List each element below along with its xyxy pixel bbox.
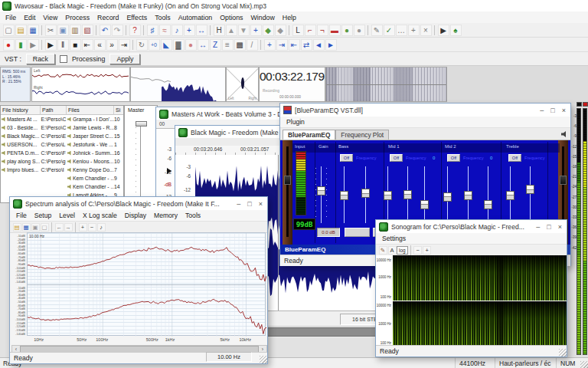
open-icon[interactable]: ▤ — [13, 223, 21, 232]
lock-green-icon[interactable]: ◆ — [263, 25, 274, 36]
menu-plugin[interactable]: Plugin — [283, 118, 309, 126]
marker-l-icon[interactable]: L — [292, 25, 304, 36]
playlist-icon[interactable]: ≡ — [222, 39, 234, 51]
copy-icon[interactable]: ▣ — [57, 25, 69, 36]
normalize-down-icon[interactable]: ▼ — [238, 25, 250, 36]
files-row[interactable]: Jestofunk - We ...1 — [67, 140, 124, 149]
spectrum-icon[interactable]: ◣ — [161, 39, 172, 51]
play-icon[interactable]: ▶ — [45, 39, 57, 51]
note-icon[interactable]: ♪ — [97, 223, 106, 232]
plus-small-icon[interactable]: + — [408, 25, 420, 36]
check-icon[interactable]: ✓ — [384, 25, 395, 36]
next-frame-icon[interactable]: → — [64, 223, 73, 232]
sonogram-icon[interactable]: ▓ — [173, 39, 185, 51]
files-row[interactable]: Jamie Lewis - R...8 — [67, 123, 124, 132]
palette-icon[interactable]: ✎ — [379, 246, 387, 255]
close-small-icon[interactable]: × — [420, 25, 432, 36]
eq-off-button[interactable]: Off — [508, 154, 521, 162]
marker-h-icon[interactable]: H — [214, 25, 225, 36]
record-icon[interactable]: ● — [3, 39, 15, 51]
bell-on-icon[interactable]: ● — [341, 25, 353, 36]
stop-icon[interactable]: ■ — [70, 39, 81, 51]
eq-slider-handle[interactable] — [443, 192, 452, 202]
spectrum-title-bar[interactable]: Spectrum analysis of C:\Perso\Black Magi… — [10, 197, 267, 210]
close-icon[interactable]: × — [558, 223, 562, 231]
dots-icon[interactable]: … — [396, 25, 407, 36]
clip-indicator-right[interactable] — [583, 102, 588, 107]
insert-silence-icon[interactable]: +0 — [149, 39, 160, 51]
close-icon[interactable]: × — [562, 107, 566, 114]
eq-slider-handle[interactable] — [464, 191, 472, 200]
eq-slider-handle[interactable] — [384, 191, 392, 200]
crossfade-icon[interactable]: + — [184, 25, 195, 36]
eq-title-bar[interactable]: [BlueParamEQ VST.dll] – □ × — [280, 104, 570, 117]
copy-plot-icon[interactable]: ▣ — [31, 223, 40, 232]
minimize-icon[interactable]: – — [237, 200, 240, 208]
files-row[interactable]: Kem Chandler - ...14 — [67, 182, 124, 191]
eq-off-button[interactable]: Off — [340, 154, 353, 162]
eq-slider-handle[interactable] — [361, 189, 370, 198]
resize-grip[interactable] — [559, 349, 567, 356]
stretch-icon[interactable]: ↔ — [196, 25, 207, 36]
file-history-row[interactable]: PENTA D.m...C:\Perso\F — [1, 149, 67, 157]
spectrum-menu-memory[interactable]: Memory — [150, 212, 181, 219]
tab-frequency-plot[interactable]: Frequency Plot — [335, 130, 389, 140]
eq-off-button[interactable]: Off — [447, 154, 460, 162]
files-row[interactable]: Kem Chandler - ...9 — [67, 174, 124, 182]
zoom-in-icon[interactable]: + — [79, 223, 87, 232]
file-history-row[interactable]: Black Magic...C:\Perso\E — [1, 132, 67, 140]
file-history-row[interactable]: 03 - Beside...E:\Perso\C — [1, 123, 67, 132]
resize-grip[interactable] — [260, 356, 267, 363]
spectrum-menu-level[interactable]: Level — [55, 212, 79, 219]
eq-slider-handle[interactable] — [403, 190, 412, 199]
interpolate-icon[interactable]: ≈ — [159, 25, 171, 36]
marker-out-icon[interactable]: ¬ — [317, 25, 328, 36]
normalize-up-icon[interactable]: ▲ — [226, 25, 237, 36]
files-row[interactable]: Kenny Dope Do...7 — [67, 166, 124, 174]
open-folder-icon[interactable]: ▤ — [15, 25, 27, 36]
spectrum-menu-setup[interactable]: Setup — [31, 212, 55, 219]
menu-record[interactable]: Record — [93, 13, 122, 22]
eq-slider-handle[interactable] — [506, 191, 514, 200]
files-row[interactable]: Grampa - I Don'...10 — [67, 115, 124, 123]
log-scale-toggle[interactable]: log — [397, 246, 408, 255]
tab-blueparameq[interactable]: BlueParamEQ — [283, 130, 335, 140]
menu-automation[interactable]: Automation — [175, 13, 217, 22]
axis-icon[interactable]: A — [388, 246, 397, 255]
menu-options[interactable]: Options — [216, 13, 247, 22]
spectrum-menu-file[interactable]: File — [12, 212, 31, 219]
freq-search-icon[interactable]: ● — [185, 39, 197, 51]
menu-edit[interactable]: Edit — [20, 13, 39, 22]
eq-slider-handle[interactable] — [484, 200, 492, 209]
spectrum-menu-display[interactable]: Display — [121, 212, 150, 219]
go-start-icon[interactable]: ⇤ — [82, 39, 93, 51]
play-selection-icon[interactable]: ▶ — [28, 39, 39, 51]
minimize-icon[interactable]: – — [536, 223, 540, 231]
resize-grip[interactable] — [580, 361, 588, 368]
maximize-icon[interactable]: □ — [247, 200, 251, 208]
pencil-icon[interactable]: ✎ — [371, 25, 383, 36]
eq-right-fader-handle[interactable] — [560, 176, 567, 185]
marker-in-icon[interactable]: ⌐ — [305, 25, 316, 36]
vst-icon[interactable]: ♯ — [147, 25, 158, 36]
channel-split-icon[interactable]: ⇥ — [276, 39, 288, 51]
tree-icon[interactable]: ♠ — [450, 25, 462, 36]
maximize-icon[interactable]: □ — [547, 223, 550, 231]
save-icon[interactable]: ▦ — [22, 223, 31, 232]
channel-merge-icon[interactable]: ⇤ — [289, 39, 300, 51]
file-history-row[interactable]: play along S...C:\Perso\g — [1, 157, 67, 166]
mix-paste-icon[interactable]: + — [264, 39, 276, 51]
new-file-icon[interactable]: ▢ — [3, 25, 15, 36]
files-row[interactable]: Jasper Street C...15 — [67, 132, 124, 140]
apply-button[interactable]: Apply — [109, 54, 140, 64]
eq-left-fader-handle[interactable] — [284, 176, 291, 185]
column-file-history[interactable]: File history — [1, 106, 41, 115]
batch-icon[interactable]: ▩ — [234, 39, 246, 51]
paste-icon[interactable]: ▥ — [70, 25, 81, 36]
spectrum-plot[interactable]: 10.00 Hz — [27, 232, 266, 336]
files-row[interactable]: Kenlou - Moons...10 — [67, 157, 124, 166]
file-history-row[interactable]: Masters At ...E:\Perso\C — [1, 115, 67, 123]
snapshot-icon[interactable]: ▢ — [41, 223, 49, 232]
pause-icon[interactable]: ‖ — [57, 39, 69, 51]
column-size[interactable]: Si — [114, 106, 124, 115]
